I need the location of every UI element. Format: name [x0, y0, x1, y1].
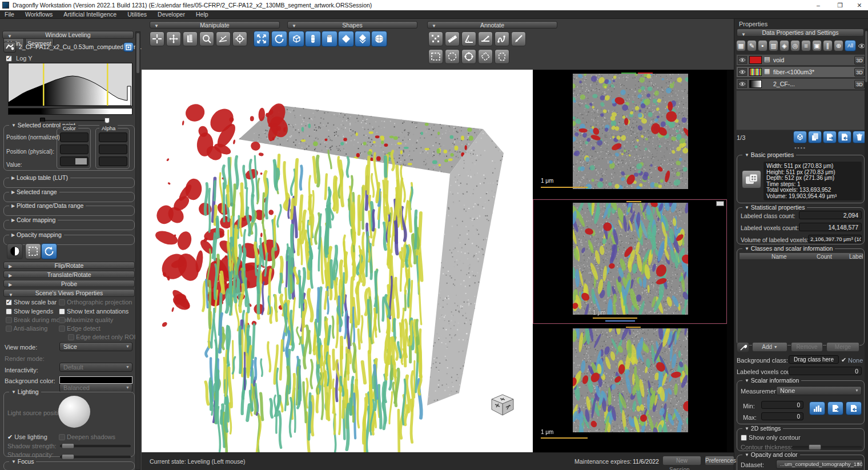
layer-3d-button[interactable]: 3D	[854, 68, 865, 77]
show-scale-bar-checkbox[interactable]: Show scale bar	[6, 299, 57, 306]
eye-icon[interactable]	[738, 80, 747, 88]
edge-detect-checkbox[interactable]: Edge detect	[59, 325, 101, 332]
annotate-angle-button[interactable]	[461, 31, 476, 46]
col-label[interactable]: Label	[849, 254, 863, 260]
import-button[interactable]	[838, 131, 851, 143]
max-handle[interactable]	[105, 118, 110, 123]
use-lighting-checkbox[interactable]: ✔ Use lighting	[7, 433, 47, 441]
import-scalar-button[interactable]	[846, 401, 862, 415]
col-name[interactable]: Name	[771, 254, 787, 260]
menu-help[interactable]: Help	[191, 10, 213, 19]
layer-row-fiber[interactable]: ▦ fiber-<100um3* 3D	[736, 66, 866, 78]
deepen-shadows-checkbox[interactable]: Deepen shadows	[59, 433, 115, 440]
shape-sphere-button[interactable]	[371, 31, 387, 47]
new-session-button[interactable]: New Session...	[662, 456, 701, 465]
shape-box-button[interactable]	[288, 31, 304, 47]
roi-circle-handles-button[interactable]	[461, 49, 476, 64]
viewport-3d[interactable]	[142, 70, 533, 452]
roi-ellipse-button[interactable]	[445, 49, 460, 64]
filter-table-icon[interactable]: ▦	[736, 40, 746, 51]
dataset-export-3d-button[interactable]	[793, 131, 807, 143]
copy-button[interactable]	[808, 131, 822, 143]
class-color-swatch[interactable]	[749, 68, 762, 76]
slice-view-top[interactable]: 1 μm	[533, 70, 727, 198]
section-plotted-range[interactable]: ▶ Plotted range/Data range	[3, 206, 135, 216]
data-properties-header[interactable]: ▼Data Properties and Settings	[737, 29, 864, 37]
view-mode-select[interactable]: Slice	[59, 342, 132, 351]
filter-image-icon[interactable]: ▣	[812, 40, 822, 51]
annotate-path-button[interactable]	[495, 31, 509, 46]
shadow-opacity-slider[interactable]	[60, 456, 131, 458]
select-region-button[interactable]	[25, 243, 41, 259]
background-color-swatch[interactable]	[59, 376, 132, 384]
layer-3d-button[interactable]: 3D	[854, 56, 865, 65]
section-lut[interactable]: ▶ Lookup table (LUT)	[3, 178, 135, 188]
log-y-checkbox[interactable]: Log Y	[6, 55, 33, 62]
orthographic-projection-checkbox[interactable]: Orthographic projection	[59, 299, 132, 306]
slice-image-bottom[interactable]	[573, 328, 688, 432]
none-check-icon[interactable]: ✔	[841, 356, 846, 364]
clip-tool-button[interactable]	[216, 31, 231, 46]
log-y-checkbox-box[interactable]	[6, 55, 12, 62]
menu-file[interactable]: File	[0, 10, 19, 19]
add-class-button[interactable]: Add ▼	[752, 342, 787, 352]
filter-all-button[interactable]: All	[845, 40, 856, 51]
layer-3d-button[interactable]: 3D	[854, 80, 865, 89]
filter-multiroi-icon[interactable]: ▥	[769, 40, 778, 51]
left-panel-scrollbar[interactable]	[135, 31, 140, 470]
section-opacity-mapping[interactable]: ▶ Opacity mapping	[3, 235, 135, 245]
probe-bar[interactable]: ▶Probe	[3, 280, 135, 287]
zoom-tool-button[interactable]	[199, 31, 214, 46]
crosshair-tool-button[interactable]	[150, 31, 164, 46]
roi-polygon-button[interactable]	[478, 49, 493, 64]
shape-plane-button[interactable]	[338, 31, 354, 47]
dataset-settings-button[interactable]	[123, 42, 134, 52]
right-panel-scrollbar[interactable]	[865, 29, 868, 470]
measurement-select[interactable]: None	[776, 386, 862, 395]
panel-resize-dots[interactable]: ▪▪▪▪	[794, 145, 806, 151]
alpha-pos-phys-field[interactable]	[99, 144, 127, 154]
preferences-button[interactable]: Preferences	[705, 456, 734, 465]
light-source-sphere[interactable]	[58, 396, 90, 428]
filter-ring-icon[interactable]: ◎	[790, 40, 800, 51]
shapes-header[interactable]: ▼Shapes	[287, 21, 417, 29]
slice-view-bottom[interactable]: 1 μm	[533, 325, 727, 452]
filter-graph-icon[interactable]: ⊕	[834, 40, 843, 51]
alpha-pos-norm-field[interactable]	[99, 132, 127, 142]
manipulate-header[interactable]: ▼Manipulate	[150, 21, 280, 29]
window-leveling-header[interactable]: ▼ Window Leveling	[2, 31, 134, 39]
alpha-value-field[interactable]	[99, 156, 127, 166]
dataset-select[interactable]: ...um_computed_tomography_130MB	[776, 460, 863, 469]
translate-rotate-bar[interactable]: ▶Translate/Rotate	[3, 271, 135, 278]
interactivity-select[interactable]: Balanced	[59, 383, 132, 392]
show-legends-checkbox[interactable]: Show legends	[6, 308, 53, 315]
remove-class-button[interactable]: Remove	[791, 342, 823, 352]
target-tool-button[interactable]	[232, 31, 247, 46]
slice-view-middle-selected[interactable]: 1 μm	[533, 199, 727, 324]
shape-cylinder-button[interactable]	[322, 31, 337, 47]
focus-group[interactable]: ▼ Focus	[3, 461, 135, 470]
invert-lut-button[interactable]	[7, 243, 23, 259]
merge-class-button[interactable]: Merge	[826, 342, 859, 352]
slice-image-top[interactable]	[573, 74, 688, 189]
reset-leveling-button[interactable]	[41, 243, 57, 259]
menu-workflows[interactable]: Workflows	[21, 10, 57, 19]
scrollbar-thumb[interactable]	[136, 33, 139, 73]
background-class-dropzone[interactable]: Drag class here	[789, 355, 839, 364]
show-only-contour-checkbox[interactable]: Show only contour	[741, 434, 801, 441]
color-pos-phys-field[interactable]	[60, 144, 89, 154]
eye-icon[interactable]	[738, 56, 747, 64]
fit-view-button[interactable]	[254, 31, 270, 47]
section-selected-range[interactable]: ▶ Selected range	[3, 192, 135, 202]
view-mini-toolbar-icon[interactable]	[716, 201, 724, 206]
restore-button[interactable]: ❐	[831, 0, 849, 10]
annotate-header[interactable]: ▼Annotate	[427, 21, 557, 29]
eye-icon[interactable]	[738, 68, 747, 76]
col-count[interactable]: Count	[817, 254, 832, 260]
orientation-cube[interactable]	[489, 392, 516, 419]
menu-developer[interactable]: Developer	[153, 10, 190, 19]
flip-rotate-bar[interactable]: ▶Flip/Rotate	[3, 262, 135, 269]
reset-view-button[interactable]	[271, 31, 287, 47]
slice-image-middle[interactable]	[573, 203, 688, 315]
shape-multiplane-button[interactable]	[355, 31, 371, 47]
